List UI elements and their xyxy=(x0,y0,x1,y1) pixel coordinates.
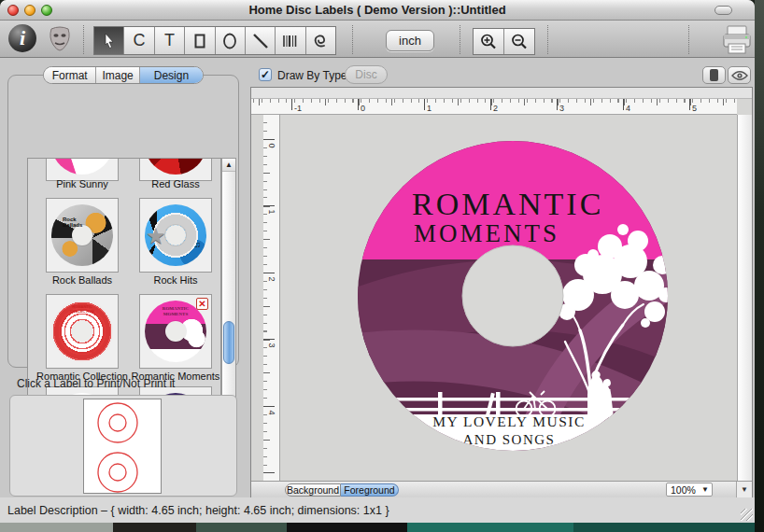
barcode-tool-button[interactable] xyxy=(276,27,305,54)
cursor-arrow-icon xyxy=(103,34,116,49)
disc-hole xyxy=(165,321,186,342)
template-romantic-collection[interactable]: ROMANTIC COLLECTION xyxy=(46,294,119,369)
window-title: Home Disc Labels ( Demo Version )::Untit… xyxy=(0,3,755,17)
zoom-value: 100% xyxy=(671,484,696,496)
canvas-top-strip xyxy=(251,88,752,99)
preview-eye-button[interactable] xyxy=(728,66,751,84)
template-name: Pink Sunny xyxy=(35,178,129,189)
zoom-buttons xyxy=(473,28,535,55)
template-rock-ballads[interactable]: Rock Ballads xyxy=(46,198,119,273)
tab-format[interactable]: Format xyxy=(44,67,96,83)
rock-ballads-disc-thumb: Rock Ballads xyxy=(51,204,113,266)
print-sheet[interactable] xyxy=(83,399,162,494)
template-name: Red Glass xyxy=(129,178,221,189)
canvas-zoom-dropdown[interactable]: 100% ▼ xyxy=(666,483,713,497)
music-note-icon: ♫ xyxy=(194,240,201,249)
disc-caption-line1[interactable]: MY LOVELY MUSIC xyxy=(432,413,586,429)
ruler-number: 0 xyxy=(361,104,365,113)
disc-hole xyxy=(72,321,92,342)
tab-image[interactable]: Image xyxy=(96,67,139,83)
red-glass-disc-thumb xyxy=(145,158,206,175)
text-icon: T xyxy=(164,31,175,50)
ruler-number: 3 xyxy=(559,104,564,113)
zoom-in-icon xyxy=(479,33,498,51)
label-2-outer-ring xyxy=(98,453,137,492)
ruler-number: 5 xyxy=(692,104,697,113)
template-scrollbar[interactable]: ▲ ▼ xyxy=(221,158,236,417)
disc-title-line2[interactable]: MOMENTS xyxy=(414,219,559,247)
mask-icon[interactable] xyxy=(46,24,74,52)
line-icon xyxy=(252,33,269,49)
disc-center-hole xyxy=(462,245,563,346)
resize-grip[interactable] xyxy=(741,509,753,521)
print-preview-panel xyxy=(9,395,237,497)
label-1-outer-ring xyxy=(98,403,137,442)
spiral-tool-button[interactable] xyxy=(306,27,335,54)
zoom-in-button[interactable] xyxy=(474,29,504,54)
horizontal-ruler: -1 0 1 2 3 4 5 xyxy=(251,99,737,115)
thumb-overlay-text: ROMANTIC MOMENTS xyxy=(152,306,199,316)
disc-caption-line2[interactable]: AND SONGS xyxy=(463,432,556,447)
barcode-icon xyxy=(282,35,299,48)
toolbar-toggle-button[interactable] xyxy=(714,6,732,15)
toolbar-separator xyxy=(547,25,548,54)
oval-tool-button[interactable] xyxy=(216,27,246,54)
pink-sunny-disc-thumb xyxy=(51,158,113,175)
draw-by-type-checkbox[interactable]: ✓ xyxy=(259,68,272,81)
thumb-overlay-text: ROMANTIC COLLECTION xyxy=(64,305,101,314)
chevron-down-icon: ▼ xyxy=(701,485,709,494)
layer-tab-background[interactable]: Background xyxy=(285,483,341,497)
device-icon xyxy=(710,69,718,81)
rectangle-tool-button[interactable] xyxy=(185,27,215,54)
design-panel: Pink Sunny Red Glass Rock Ballads ★ ♫ xyxy=(7,75,239,368)
toolbar-separator xyxy=(460,25,460,54)
tab-design[interactable]: Design xyxy=(140,67,203,83)
label-canvas[interactable]: ROMANTIC MOMENTS MY LOVELY MUSIC AND SON… xyxy=(280,115,737,481)
label-2-inner-ring xyxy=(109,464,126,481)
tool-palette: C T xyxy=(93,26,336,55)
toolbar-separator xyxy=(688,25,689,54)
desktop-strip-right xyxy=(755,0,764,532)
print-button[interactable] xyxy=(720,23,754,56)
rock-hits-disc-thumb: ★ ♫ xyxy=(145,204,206,266)
select-tool-button[interactable] xyxy=(94,27,124,54)
app-window: Home Disc Labels ( Demo Version )::Untit… xyxy=(0,0,755,523)
scroll-up-button[interactable]: ▲ xyxy=(222,159,235,172)
info-icon[interactable]: i xyxy=(8,24,36,52)
romantic-collection-disc-thumb: ROMANTIC COLLECTION xyxy=(51,301,113,362)
text-tool-button[interactable]: T xyxy=(155,27,185,54)
label-1-inner-ring xyxy=(109,414,126,431)
disc-title-line1[interactable]: ROMANTIC xyxy=(412,187,603,221)
disc-label-artwork[interactable]: ROMANTIC MOMENTS MY LOVELY MUSIC AND SON… xyxy=(358,141,668,451)
device-view-button[interactable] xyxy=(702,66,726,84)
canvas-bottom-bar: Background Foreground 100% ▼ ▼ xyxy=(251,481,752,497)
sheet-labels xyxy=(84,399,161,493)
toolbar-separator xyxy=(352,25,353,54)
line-tool-button[interactable] xyxy=(246,27,276,54)
ruler-number: 4 xyxy=(267,410,276,414)
toolbar-separator xyxy=(83,25,84,54)
canvas-vertical-scrollbar[interactable] xyxy=(737,115,752,481)
disc-button[interactable]: Disc xyxy=(345,65,388,84)
template-rock-hits[interactable]: ★ ♫ xyxy=(139,198,212,273)
ruler-number: 1 xyxy=(427,104,432,113)
star-icon: ★ xyxy=(146,223,166,249)
zoom-out-button[interactable] xyxy=(504,29,534,54)
arc-tool-button[interactable]: C xyxy=(124,27,154,54)
exclude-from-print-badge[interactable]: ✕ xyxy=(196,298,208,310)
ruler-number: 1 xyxy=(267,209,276,214)
scroll-down-button[interactable]: ▼ xyxy=(736,482,752,498)
template-romantic-moments[interactable]: ✕ ROMANTIC MOMENTS xyxy=(139,294,212,369)
ruler-number: 2 xyxy=(267,276,276,281)
canvas-frame: -1 0 1 2 3 4 5 0 1 2 3 4 xyxy=(250,87,753,497)
layer-tab-foreground[interactable]: Foreground xyxy=(341,483,399,497)
desktop: Home Disc Labels ( Demo Version )::Untit… xyxy=(0,0,764,532)
scrollbar-thumb[interactable] xyxy=(223,321,234,364)
sidebar-tabs: Format Image Design xyxy=(43,66,204,84)
draw-by-type-label: Draw By Type xyxy=(277,69,347,82)
disc-hole xyxy=(72,225,92,245)
ruler-number: 0 xyxy=(267,143,276,147)
unit-button[interactable]: inch xyxy=(386,30,434,51)
oval-icon xyxy=(222,33,237,49)
ruler-number: 4 xyxy=(626,104,630,113)
